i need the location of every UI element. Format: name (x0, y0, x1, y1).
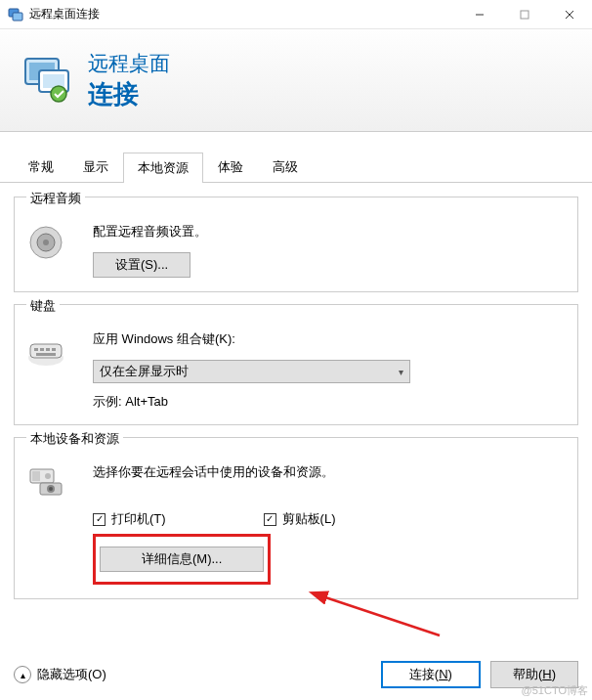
svg-rect-22 (32, 471, 40, 481)
chevron-up-icon: ▴ (14, 666, 31, 683)
clipboard-checkbox[interactable]: ✓ 剪贴板(L) (264, 510, 336, 528)
audio-settings-button[interactable]: 设置(S)... (93, 252, 190, 278)
header-line2: 连接 (88, 77, 170, 111)
keyboard-combo[interactable]: 仅在全屏显示时 ▾ (93, 360, 410, 383)
tab-experience[interactable]: 体验 (203, 152, 258, 182)
group-remote-audio: 远程音频 配置远程音频设置。 设置(S)... (14, 197, 578, 292)
rdp-icon (20, 53, 74, 108)
clipboard-label: 剪贴板(L) (282, 510, 336, 528)
svg-rect-17 (40, 348, 44, 351)
svg-point-13 (43, 240, 49, 245)
speaker-icon (26, 223, 77, 278)
keyboard-combo-value: 仅在全屏显示时 (100, 363, 189, 380)
minimize-button[interactable] (457, 0, 502, 28)
remote-audio-legend: 远程音频 (26, 190, 85, 207)
header: 远程桌面 连接 (0, 29, 592, 132)
svg-rect-3 (521, 11, 529, 19)
local-desc: 选择你要在远程会话中使用的设备和资源。 (93, 463, 566, 481)
keyboard-label: 应用 Windows 组合键(K): (93, 330, 566, 348)
keyboard-legend: 键盘 (26, 297, 60, 315)
checkbox-checked-icon: ✓ (264, 513, 276, 526)
window-controls (457, 0, 592, 28)
watermark: @51CTO博客 (522, 683, 588, 698)
app-icon (8, 7, 23, 22)
tab-local-resources[interactable]: 本地资源 (123, 153, 203, 183)
group-keyboard: 键盘 应用 Windows 组合键(K): 仅在全屏显示时 ▾ 示例: Alt+… (14, 304, 578, 425)
chevron-down-icon: ▾ (399, 367, 403, 377)
connect-button[interactable]: 连接(N) (381, 661, 481, 688)
hide-options-button[interactable]: ▴ 隐藏选项(O) (14, 666, 106, 683)
printer-label: 打印机(T) (111, 510, 166, 528)
highlight-annotation: 详细信息(M)... (93, 534, 271, 585)
close-button[interactable] (547, 0, 592, 28)
svg-point-26 (49, 487, 53, 491)
group-local-devices: 本地设备和资源 选择你要在远程会话中使用的设备和资源。 ✓ (14, 437, 578, 599)
svg-point-23 (45, 473, 51, 479)
window-title: 远程桌面连接 (29, 6, 457, 22)
titlebar: 远程桌面连接 (0, 0, 592, 29)
local-legend: 本地设备和资源 (26, 430, 123, 448)
hide-options-label: 隐藏选项(O) (37, 666, 106, 683)
details-button[interactable]: 详细信息(M)... (100, 547, 264, 572)
tab-display[interactable]: 显示 (68, 152, 123, 182)
checkbox-checked-icon: ✓ (93, 513, 106, 526)
header-text: 远程桌面 连接 (88, 50, 170, 111)
audio-desc: 配置远程音频设置。 (93, 223, 566, 241)
devices-icon (26, 463, 77, 585)
tab-advanced[interactable]: 高级 (258, 152, 313, 182)
svg-point-10 (51, 86, 66, 102)
svg-rect-19 (52, 348, 56, 351)
tab-content: 远程音频 配置远程音频设置。 设置(S)... 键盘 应用 Windows 组合… (0, 183, 592, 625)
tabs: 常规 显示 本地资源 体验 高级 (0, 132, 592, 183)
svg-rect-18 (46, 348, 50, 351)
svg-rect-20 (36, 353, 56, 356)
bottom-bar: ▴ 隐藏选项(O) 连接(N) 帮助(H) (0, 661, 592, 688)
svg-rect-16 (34, 348, 38, 351)
header-line1: 远程桌面 (88, 50, 170, 77)
svg-rect-1 (13, 13, 22, 21)
tab-general[interactable]: 常规 (14, 152, 68, 182)
maximize-button[interactable] (502, 0, 547, 28)
keyboard-example: 示例: Alt+Tab (93, 393, 566, 411)
printer-checkbox[interactable]: ✓ 打印机(T) (93, 510, 166, 528)
keyboard-icon (26, 330, 77, 411)
